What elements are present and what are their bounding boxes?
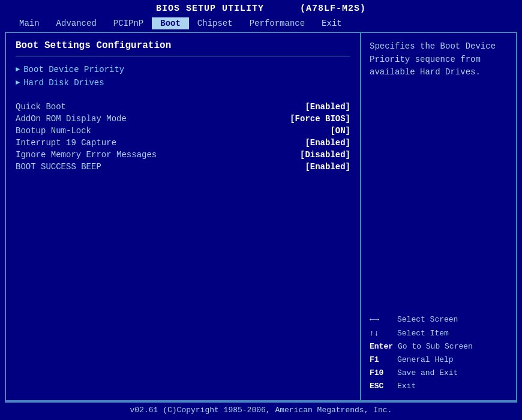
settings-row[interactable]: Interrupt 19 Capture[Enabled]: [16, 138, 350, 148]
key-name: ESC: [370, 380, 392, 393]
settings-row[interactable]: Quick Boot[Enabled]: [16, 102, 350, 112]
settings-label: BOOT SUCCESS BEEP: [16, 162, 101, 172]
key-name: Enter: [370, 340, 393, 353]
bios-title: BIOS SETUP UTILITY: [156, 4, 264, 14]
settings-value: [Disabled]: [300, 150, 350, 160]
key-name: F1: [370, 353, 392, 367]
submenu-list: ►Boot Device Priority►Hard Disk Drives: [16, 65, 350, 91]
settings-label: AddOn ROM Display Mode: [16, 114, 127, 124]
submenu-label: Hard Disk Drives: [23, 78, 104, 88]
key-name: F10: [370, 367, 392, 380]
settings-section: Quick Boot[Enabled]AddOn ROM Display Mod…: [16, 102, 350, 174]
key-row: ←→Select Screen: [370, 313, 508, 326]
footer: v02.61 (C)Copyright 1985-2006, American …: [5, 401, 517, 418]
right-panel: Specifies the Boot Device Priority seque…: [361, 33, 516, 400]
key-row: F10Save and Exit: [370, 367, 508, 380]
settings-value: [Force BIOS]: [290, 114, 350, 124]
key-desc: Save and Exit: [397, 367, 458, 380]
settings-label: Bootup Num-Lock: [16, 126, 91, 136]
settings-row[interactable]: AddOn ROM Display Mode[Force BIOS]: [16, 114, 350, 124]
bios-model: (A78LF-M2S): [300, 4, 366, 14]
settings-row[interactable]: BOOT SUCCESS BEEP[Enabled]: [16, 162, 350, 172]
settings-value: [Enabled]: [305, 102, 350, 112]
submenu-item[interactable]: ►Boot Device Priority: [16, 65, 350, 74]
left-panel-title: Boot Settings Configuration: [16, 40, 350, 51]
nav-item-advanced[interactable]: Advanced: [48, 17, 105, 29]
bios-screen: BIOS SETUP UTILITY (A78LF-M2S) MainAdvan…: [0, 0, 522, 420]
key-help: ←→Select Screen↑↓Select ItemEnterGo to S…: [370, 313, 508, 393]
submenu-arrow: ►: [16, 79, 20, 87]
nav-item-pcipnp[interactable]: PCIPnP: [105, 17, 152, 29]
nav-bar: MainAdvancedPCIPnPBootChipsetPerformance…: [0, 16, 522, 32]
submenu-label: Boot Device Priority: [23, 65, 124, 74]
help-text: Specifies the Boot Device Priority seque…: [370, 40, 508, 79]
settings-value: [Enabled]: [305, 162, 350, 172]
footer-text: v02.61 (C)Copyright 1985-2006, American …: [130, 406, 392, 415]
submenu-arrow: ►: [16, 65, 20, 74]
nav-item-exit[interactable]: Exit: [313, 17, 350, 29]
nav-item-chipset[interactable]: Chipset: [189, 17, 241, 29]
submenu-item[interactable]: ►Hard Disk Drives: [16, 78, 350, 88]
settings-row[interactable]: Bootup Num-Lock[ON]: [16, 126, 350, 136]
settings-value: [Enabled]: [305, 138, 350, 148]
key-name: ←→: [370, 313, 392, 326]
settings-row[interactable]: Ignore Memory Error Messages[Disabled]: [16, 150, 350, 160]
settings-value: [ON]: [330, 126, 350, 136]
nav-item-boot[interactable]: Boot: [152, 17, 189, 29]
title-bar: BIOS SETUP UTILITY (A78LF-M2S): [0, 0, 522, 16]
key-name: ↑↓: [370, 327, 392, 340]
key-row: EnterGo to Sub Screen: [370, 340, 508, 353]
key-desc: Exit: [397, 380, 416, 393]
key-desc: General Help: [397, 353, 454, 367]
settings-label: Quick Boot: [16, 102, 66, 112]
settings-label: Interrupt 19 Capture: [16, 138, 116, 148]
divider: [16, 56, 350, 56]
left-panel: Boot Settings Configuration ►Boot Device…: [6, 33, 361, 400]
main-content: Boot Settings Configuration ►Boot Device…: [5, 32, 517, 401]
nav-item-performance[interactable]: Performance: [241, 17, 313, 29]
settings-label: Ignore Memory Error Messages: [16, 150, 157, 160]
key-row: F1General Help: [370, 353, 508, 367]
key-desc: Select Screen: [397, 313, 458, 326]
key-desc: Go to Sub Screen: [398, 340, 473, 353]
key-row: ↑↓Select Item: [370, 327, 508, 340]
key-desc: Select Item: [397, 327, 449, 340]
key-row: ESCExit: [370, 380, 508, 393]
nav-item-main[interactable]: Main: [11, 17, 48, 29]
